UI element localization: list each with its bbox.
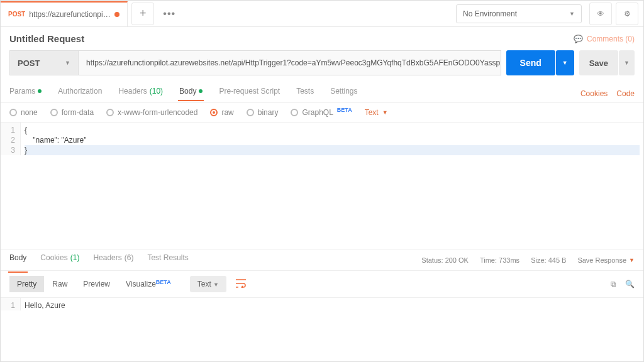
active-dot-icon [38,89,42,93]
line-gutter: 123 [1,123,21,155]
save-options-button[interactable]: ▼ [619,50,635,75]
tab-body[interactable]: Body [179,87,203,101]
environment-preview-button[interactable]: 👁 [589,3,612,25]
save-response-button[interactable]: Save Response ▼ [577,256,635,264]
chevron-down-icon: ▼ [382,109,388,116]
send-button[interactable]: Send [506,50,555,75]
chevron-down-icon: ▼ [213,282,219,288]
view-visualize[interactable]: VisualizeBETA [118,276,179,292]
tab-params[interactable]: Params [9,87,42,101]
chevron-down-icon: ▼ [624,60,630,66]
request-body-editor[interactable]: 123 { "name": "Azure" } [1,123,643,155]
top-tab-bar: POST https://azurefunctionpilot.azu... +… [1,1,643,27]
code-link[interactable]: Code [616,89,635,98]
request-tabs: Params Authorization Headers (10) Body P… [1,84,643,103]
response-tabs: Body Cookies (1) Headers (6) Test Result… [1,250,643,271]
body-x-www[interactable]: x-www-form-urlencoded [106,108,197,117]
response-toolbar: Pretty Raw Preview VisualizeBETA Text ▼ … [1,271,643,298]
active-dot-icon [199,89,203,93]
request-header: Untitled Request 💬 Comments (0) [1,27,643,50]
view-pretty[interactable]: Pretty [9,276,44,292]
chevron-down-icon: ▼ [629,257,635,263]
method-value: POST [18,58,40,68]
eye-icon: 👁 [597,9,604,18]
response-size: 445 B [548,256,567,264]
tab-overflow-button[interactable]: ••• [158,3,180,25]
tab-title-label: https://azurefunctionpilot.azu... [29,10,111,19]
body-raw[interactable]: raw [210,108,233,117]
url-row: POST ▼ https://azurefunctionpilot.azurew… [1,50,643,75]
body-none[interactable]: none [9,108,38,117]
tab-settings[interactable]: Settings [330,87,357,101]
send-options-button[interactable]: ▼ [556,50,574,75]
comment-icon: 💬 [574,35,583,43]
code-area[interactable]: { "name": "Azure" } [21,123,643,155]
method-selector[interactable]: POST ▼ [9,50,79,75]
tab-headers[interactable]: Headers (10) [118,87,163,101]
copy-response-button[interactable]: ⧉ [611,280,616,288]
resp-tab-cookies[interactable]: Cookies (1) [40,253,79,267]
request-title[interactable]: Untitled Request [9,33,84,44]
resp-tab-test-results[interactable]: Test Results [147,253,188,267]
view-preview[interactable]: Preview [75,276,118,292]
plus-icon: + [140,7,147,20]
cookies-link[interactable]: Cookies [580,89,608,98]
dots-icon: ••• [163,8,175,19]
url-input[interactable]: https://azurefunctionpilot.azurewebsites… [79,50,501,75]
tab-method-label: POST [8,11,25,18]
gear-icon: ⚙ [624,9,631,18]
environment-selector[interactable]: No Environment ▼ [456,4,582,23]
resp-tab-headers[interactable]: Headers (6) [93,253,133,267]
response-status-info: Status: 200 OK Time: 733ms Size: 445 B S… [421,256,635,264]
view-raw[interactable]: Raw [45,276,75,292]
tab-tests[interactable]: Tests [296,87,314,101]
new-tab-button[interactable]: + [131,3,154,25]
body-graphql[interactable]: GraphQLBETA [291,108,352,117]
response-format-selector[interactable]: Text ▼ [190,276,226,292]
tab-prerequest[interactable]: Pre-request Script [219,87,280,101]
search-response-button[interactable]: 🔍 [625,280,635,288]
body-type-options: none form-data x-www-form-urlencoded raw… [1,103,643,123]
chevron-down-icon: ▼ [65,60,70,66]
comments-label: Comments (0) [587,35,635,43]
comments-button[interactable]: 💬 Comments (0) [574,35,635,43]
settings-button[interactable]: ⚙ [616,3,638,25]
environment-label: No Environment [463,9,517,18]
body-format-selector[interactable]: Text ▼ [365,108,388,117]
chevron-down-icon: ▼ [562,60,568,66]
body-form-data[interactable]: form-data [50,108,94,117]
wrap-lines-button[interactable] [235,279,247,290]
body-binary[interactable]: binary [247,108,279,117]
status-code: 200 OK [445,256,469,264]
save-button[interactable]: Save [579,50,618,75]
resp-tab-body[interactable]: Body [9,253,26,267]
chevron-down-icon: ▼ [569,11,575,17]
line-gutter: 1 [1,298,21,310]
request-tab[interactable]: POST https://azurefunctionpilot.azu... [1,1,128,26]
response-code-area[interactable]: Hello, Azure [21,298,643,310]
response-time: 733ms [499,256,519,264]
unsaved-indicator-icon [114,12,119,17]
response-body-viewer: 1 Hello, Azure [1,298,643,310]
tab-authorization[interactable]: Authorization [58,87,102,101]
